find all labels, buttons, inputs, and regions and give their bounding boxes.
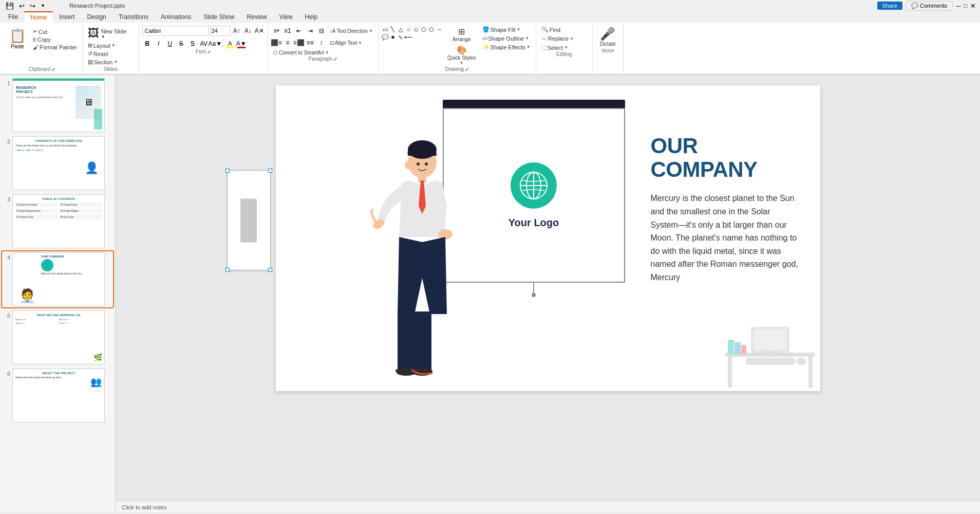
highlight-button[interactable]: A: [225, 39, 235, 49]
shape-connector[interactable]: ⟵: [405, 33, 412, 41]
font-expand-icon[interactable]: ⤢: [207, 49, 211, 54]
shape-arrow[interactable]: →: [436, 26, 443, 33]
logo-text: Your Logo: [508, 217, 559, 229]
slide-thumb-6[interactable]: ABOUT THE PROJECT Details about the proj…: [12, 369, 105, 423]
shape-outline-button[interactable]: ▭ Shape Outline ▼: [480, 34, 533, 42]
undo-button[interactable]: ↩: [17, 2, 26, 10]
comments-button[interactable]: 💬 Comments: [906, 1, 953, 11]
strikethrough-button[interactable]: S: [176, 39, 186, 49]
font-color-button[interactable]: A▼: [236, 39, 247, 49]
save-button[interactable]: 💾: [4, 2, 15, 10]
font-size-input[interactable]: [210, 26, 231, 36]
slide-thumb-2[interactable]: CONTENTS OF THIS TEMPLATE These are the …: [12, 136, 105, 190]
slide-item-3[interactable]: 3 TABLE OF CONTENTS 01 About the Project…: [2, 193, 113, 249]
minimize-button[interactable]: ─: [956, 2, 960, 10]
slide-item-2[interactable]: 2 CONTENTS OF THIS TEMPLATE These are th…: [2, 135, 113, 191]
align-center-button[interactable]: ≡: [282, 38, 293, 48]
font-name-input[interactable]: [142, 26, 209, 36]
dictate-button[interactable]: 🎤 Dictate: [598, 26, 618, 48]
text-direction-button[interactable]: ↕A Text Direction ▼: [328, 28, 375, 34]
canvas-scroll[interactable]: Your Logo OUR COMPANY Mercury is the clo…: [116, 75, 980, 501]
select-button[interactable]: ⬚ Select ▼: [539, 44, 589, 51]
shape-star[interactable]: ★: [389, 33, 397, 41]
slide-thumb-3[interactable]: TABLE OF CONTENTS 01 About the Project 0…: [12, 194, 105, 248]
change-case-button[interactable]: Aa▼: [210, 39, 220, 49]
font-spacing-button[interactable]: AV: [199, 39, 209, 49]
find-icon: 🔍: [541, 26, 549, 33]
section-button[interactable]: ▤ Section ▼: [86, 58, 120, 66]
italic-button[interactable]: I: [154, 39, 164, 49]
tab-file[interactable]: File: [2, 11, 24, 23]
reset-icon: ↺: [88, 50, 92, 57]
paste-button[interactable]: 📋 Paste: [5, 26, 30, 51]
maximize-button[interactable]: □: [964, 3, 967, 9]
slide-thumb-5[interactable]: WHAT WE ARE WORKING ON Neptune ••• Mercu…: [12, 310, 105, 364]
notes-bar[interactable]: Click to add notes: [116, 501, 980, 513]
align-left-button[interactable]: ⬛≡: [271, 38, 281, 48]
slide-thumb-1[interactable]: RESEARCHPROJECT How to make your present…: [12, 78, 105, 132]
tab-design[interactable]: Design: [81, 11, 112, 23]
slide-item-6[interactable]: 6 ABOUT THE PROJECT Details about the pr…: [2, 368, 113, 424]
number-list-button[interactable]: ≡1: [282, 26, 293, 36]
column-button[interactable]: ⊟: [316, 26, 327, 36]
tab-transitions[interactable]: Transitions: [112, 11, 155, 23]
customize-qat-button[interactable]: ▼: [39, 3, 47, 9]
increase-font-button[interactable]: A↑: [232, 26, 242, 36]
find-button[interactable]: 🔍 Find: [539, 26, 589, 33]
decrease-indent-button[interactable]: ⇤: [294, 26, 304, 36]
selected-element-box[interactable]: [227, 170, 271, 270]
slide-item-1[interactable]: 1 RESEARCHPROJECT How to make your prese…: [2, 77, 113, 133]
increase-indent-button[interactable]: ⇥: [305, 26, 315, 36]
shape-pentagon[interactable]: ⬠: [420, 26, 427, 33]
shadow-button[interactable]: S: [187, 39, 198, 49]
convert-smartart-button[interactable]: ⬡ Convert to SmartArt ▼: [271, 49, 331, 56]
tab-view[interactable]: View: [273, 11, 299, 23]
clear-format-button[interactable]: A✕: [254, 26, 265, 36]
replace-button[interactable]: ↔ Replace ▼: [539, 35, 589, 42]
format-painter-button[interactable]: 🖌 Format Painter: [31, 44, 79, 51]
arrange-button[interactable]: ⊞ Arrange: [445, 26, 478, 43]
redo-button[interactable]: ↪: [28, 2, 37, 10]
new-slide-button[interactable]: 🖼 New Slide ▼: [86, 26, 129, 41]
decrease-font-button[interactable]: A↓: [243, 26, 253, 36]
shape-fill-button[interactable]: 🪣 Shape Fill ▼: [480, 26, 533, 33]
bold-button[interactable]: B: [142, 39, 153, 49]
layout-button[interactable]: ⊞ Layout ▼: [86, 42, 118, 49]
tab-help[interactable]: Help: [299, 11, 324, 23]
drawing-expand-icon[interactable]: ⤢: [465, 67, 469, 72]
new-slide-dropdown-icon[interactable]: ▼: [101, 34, 105, 39]
close-button[interactable]: ✕: [970, 2, 976, 10]
align-text-button[interactable]: ⊡ Align Text ▼: [328, 40, 364, 46]
share-button[interactable]: Share: [877, 2, 902, 10]
tab-slide show[interactable]: Slide Show: [197, 11, 240, 23]
line-spacing-button[interactable]: ↕: [316, 38, 327, 48]
shape-triangle[interactable]: △: [397, 26, 404, 33]
quick-styles-button[interactable]: 🎨 Quick Styles ▼: [445, 44, 478, 66]
tab-home[interactable]: Home: [24, 11, 53, 23]
slide-thumb-4[interactable]: 🧑‍💼 OUR COMPANY 🌐 Mercury is the closest…: [12, 252, 105, 306]
tab-insert[interactable]: Insert: [53, 11, 81, 23]
align-right-button[interactable]: ≡⬛: [294, 38, 304, 48]
clipboard-expand-icon[interactable]: ⤢: [51, 67, 55, 72]
bullet-list-button[interactable]: ≡•: [271, 26, 281, 36]
shape-callout[interactable]: 💬: [382, 33, 389, 41]
paragraph-expand-icon[interactable]: ⤢: [333, 57, 337, 62]
reset-button[interactable]: ↺ Reset: [86, 50, 110, 58]
shape-curve[interactable]: ∿: [397, 33, 404, 41]
shape-effects-button[interactable]: ✨ Shape Effects ▼: [480, 43, 533, 51]
slide-item-5[interactable]: 5 WHAT WE ARE WORKING ON Neptune ••• Mer…: [2, 309, 113, 365]
cut-button[interactable]: ✂ Cut: [31, 28, 79, 35]
justify-button[interactable]: ≡≡: [305, 38, 315, 48]
slide-canvas[interactable]: Your Logo OUR COMPANY Mercury is the clo…: [276, 85, 820, 391]
shape-diamond[interactable]: ◇: [412, 26, 420, 33]
tab-review[interactable]: Review: [240, 11, 273, 23]
shape-hexagon[interactable]: ⬡: [428, 26, 435, 33]
shape-line[interactable]: ╲: [389, 26, 397, 33]
shape-circle[interactable]: ○: [405, 26, 412, 33]
shape-rect[interactable]: ▭: [382, 26, 389, 33]
slide-item-4[interactable]: 4 🧑‍💼 OUR COMPANY 🌐 Mercury is the close…: [2, 251, 113, 307]
underline-button[interactable]: U: [165, 39, 175, 49]
align-text-icon: ⊡: [330, 40, 334, 46]
copy-button[interactable]: ⎘ Copy: [31, 36, 79, 43]
tab-animations[interactable]: Animations: [155, 11, 197, 23]
